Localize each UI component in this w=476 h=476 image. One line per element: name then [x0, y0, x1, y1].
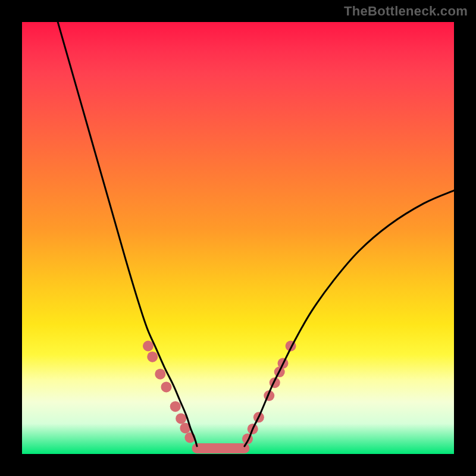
left-curve: [57, 22, 197, 446]
data-marker: [170, 401, 181, 412]
watermark-text: TheBottleneck.com: [344, 4, 468, 19]
data-marker: [161, 381, 171, 392]
data-marker: [147, 352, 158, 362]
right-curve: [245, 190, 454, 446]
data-marker: [143, 341, 154, 352]
chart-svg: [22, 22, 454, 454]
chart-frame: TheBottleneck.com: [0, 0, 476, 476]
data-marker: [176, 413, 186, 424]
data-marker: [155, 369, 165, 380]
plot-area: [22, 22, 454, 454]
